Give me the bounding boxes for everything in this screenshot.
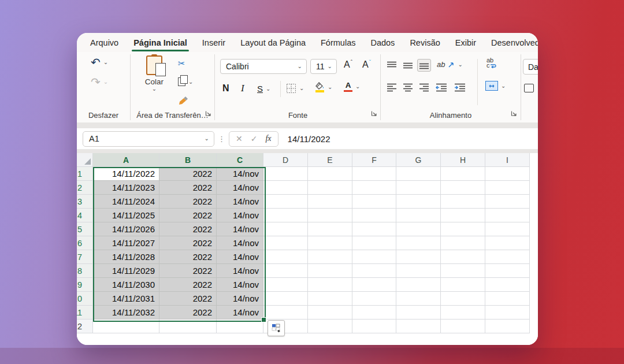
font-dialog-launcher[interactable] — [371, 109, 377, 119]
fill-color-button[interactable]: ⌄ — [315, 82, 332, 92]
cell[interactable]: 14/11/2030 — [93, 278, 159, 292]
row-header[interactable]: 8 — [77, 264, 93, 278]
formula-bar-drag-handle[interactable]: ⋮ — [218, 135, 225, 143]
enter-icon[interactable]: ✓ — [247, 134, 262, 143]
row-header[interactable]: 4 — [77, 209, 93, 222]
cell[interactable]: 14/11/2026 — [93, 222, 159, 236]
cell[interactable] — [263, 209, 308, 222]
cancel-icon[interactable]: ✕ — [232, 134, 247, 143]
cell[interactable] — [308, 195, 352, 209]
align-bottom-button[interactable] — [417, 59, 431, 72]
cell[interactable] — [308, 292, 352, 306]
name-box[interactable]: A1 ⌄ — [83, 131, 214, 147]
cell[interactable]: 14/11/2023 — [93, 181, 159, 195]
cell[interactable] — [352, 195, 396, 209]
cell[interactable] — [308, 320, 352, 333]
cell[interactable]: 14/nov — [217, 195, 263, 209]
cut-button[interactable]: ✂ — [178, 59, 185, 68]
select-all-corner[interactable] — [77, 153, 93, 167]
cell[interactable]: 2022 — [159, 278, 217, 292]
cell[interactable] — [396, 320, 441, 333]
cell[interactable] — [441, 278, 485, 292]
chevron-down-icon[interactable]: ⌄ — [299, 86, 304, 91]
cell[interactable]: 2022 — [159, 292, 217, 306]
redo-button[interactable]: ↷ ⌄ — [91, 76, 108, 88]
decrease-indent-button[interactable] — [434, 81, 448, 94]
italic-button[interactable]: I — [241, 83, 244, 94]
cell[interactable] — [352, 292, 396, 306]
cell[interactable] — [396, 181, 441, 195]
cell[interactable] — [159, 320, 217, 333]
tab-inserir[interactable]: Inserir — [195, 34, 233, 52]
cell[interactable] — [352, 167, 396, 181]
cell[interactable] — [485, 209, 530, 222]
cell[interactable] — [441, 209, 485, 222]
align-right-button[interactable] — [417, 81, 431, 94]
cell[interactable]: 14/nov — [217, 264, 263, 278]
format-painter-button[interactable] — [178, 96, 188, 105]
cell[interactable] — [308, 222, 352, 236]
column-header-I[interactable]: I — [485, 153, 530, 167]
insert-function-icon[interactable]: fx — [261, 134, 275, 143]
align-center-button[interactable] — [401, 81, 415, 94]
tab-arquivo[interactable]: Arquivo — [83, 34, 126, 52]
decrease-font-size-button[interactable]: Aˇ — [362, 60, 371, 69]
column-header-G[interactable]: G — [396, 153, 441, 167]
chevron-down-icon[interactable]: ⌄ — [328, 84, 332, 90]
cell[interactable]: 14/nov — [217, 236, 263, 250]
increase-indent-button[interactable] — [453, 81, 467, 94]
chevron-down-icon[interactable]: ⌄ — [103, 60, 108, 65]
row-header[interactable]: 10 — [77, 292, 93, 306]
column-header-F[interactable]: F — [352, 153, 396, 167]
cell[interactable] — [263, 250, 308, 264]
cell[interactable] — [441, 292, 485, 306]
cell[interactable] — [485, 320, 530, 333]
column-header-D[interactable]: D — [263, 153, 308, 167]
column-header-C[interactable]: C — [217, 153, 263, 167]
cell[interactable]: 14/nov — [217, 222, 263, 236]
cell[interactable] — [263, 306, 308, 320]
cell[interactable] — [308, 181, 352, 195]
undo-button[interactable]: ↶ ⌄ — [91, 57, 108, 68]
cell[interactable] — [441, 320, 485, 333]
underline-button[interactable]: S ⌄ — [257, 84, 270, 94]
cell[interactable]: 14/11/2029 — [93, 264, 159, 278]
fill-handle[interactable] — [261, 317, 266, 322]
cell[interactable] — [485, 250, 530, 264]
column-header-B[interactable]: B — [159, 153, 217, 167]
cell[interactable] — [485, 278, 530, 292]
row-header[interactable]: 3 — [77, 195, 93, 209]
cell[interactable]: 14/nov — [217, 292, 263, 306]
row-header[interactable]: 5 — [77, 222, 93, 236]
cell[interactable]: 2022 — [159, 181, 217, 195]
cell[interactable] — [485, 167, 530, 181]
cell[interactable] — [263, 195, 308, 209]
cell[interactable] — [441, 167, 485, 181]
cell[interactable]: 14/11/2032 — [93, 306, 159, 320]
tab-exibir[interactable]: Exibir — [448, 34, 484, 52]
cell[interactable]: 14/nov — [217, 209, 263, 222]
font-name-select[interactable]: Calibri ⌄ — [220, 59, 307, 74]
column-header-A[interactable]: A — [93, 153, 159, 167]
cell[interactable] — [485, 306, 530, 320]
cell[interactable]: 2022 — [159, 167, 217, 181]
chevron-down-icon[interactable]: ⌄ — [205, 136, 209, 142]
cell[interactable] — [263, 181, 308, 195]
cell[interactable] — [352, 181, 396, 195]
cell[interactable] — [485, 292, 530, 306]
row-header[interactable]: 2 — [77, 181, 93, 195]
font-color-button[interactable]: A ⌄ — [344, 81, 360, 92]
tab-revisao[interactable]: Revisão — [402, 34, 447, 52]
row-header[interactable]: 9 — [77, 278, 93, 292]
row-header[interactable]: 6 — [77, 236, 93, 250]
cell[interactable] — [308, 209, 352, 222]
cell[interactable] — [441, 181, 485, 195]
accounting-format-button[interactable] — [524, 84, 534, 95]
cell[interactable] — [396, 167, 441, 181]
row-header[interactable]: 1 — [77, 167, 93, 181]
cell[interactable] — [308, 306, 352, 320]
cell[interactable] — [396, 209, 441, 222]
paste-button[interactable]: Colar ⌄ — [139, 55, 170, 92]
increase-font-size-button[interactable]: Aˆ — [344, 60, 352, 69]
cell[interactable] — [441, 222, 485, 236]
